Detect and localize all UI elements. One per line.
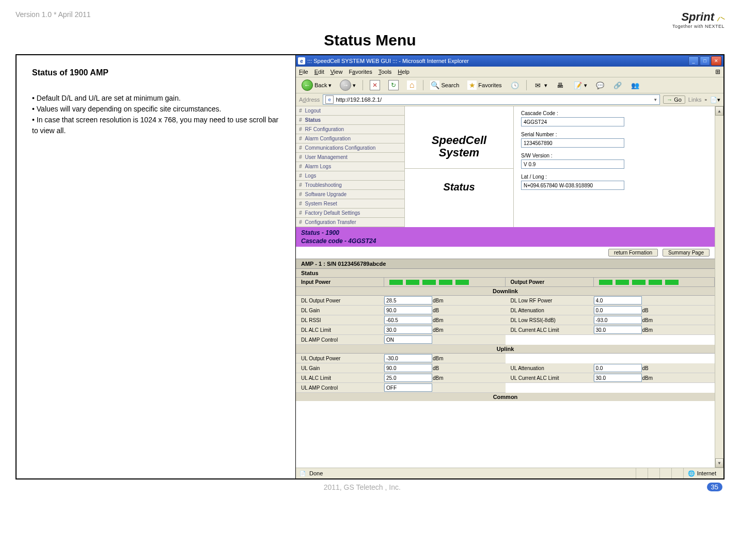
- ul-left-input-0[interactable]: [384, 354, 432, 362]
- links-expand-icon[interactable]: »: [705, 98, 707, 102]
- dl-right-input-1[interactable]: [594, 306, 642, 314]
- menu-tools[interactable]: Tools: [379, 69, 392, 75]
- search-button[interactable]: 🔍Search: [428, 79, 462, 91]
- refresh-button[interactable]: ↻: [386, 79, 401, 91]
- scroll-down-icon[interactable]: ▼: [715, 458, 723, 468]
- nav-config-transfer[interactable]: #Configuration Transfer: [296, 218, 404, 227]
- cascade-label: Cascade Code :: [521, 110, 707, 116]
- brand-column: SpeedCellSystem Status: [405, 106, 514, 227]
- ul-left-label-1: UL Gain: [296, 365, 384, 371]
- sw-input[interactable]: [521, 159, 624, 169]
- go-button[interactable]: →Go: [663, 95, 685, 104]
- dl-left-row-0: DL Output PowerdBm: [296, 296, 506, 306]
- ul-left-label-3: UL AMP Control: [296, 385, 384, 391]
- ul-left-input-3[interactable]: [384, 383, 432, 392]
- dl-right-label-1: DL Attenuation: [506, 308, 594, 313]
- dl-right-unit-2: dBm: [640, 317, 662, 323]
- uplink-grid: UL Output PowerdBmUL GaindBUL ALC Limitd…: [296, 354, 715, 393]
- nav-logs[interactable]: #Logs: [296, 171, 404, 181]
- ul-right-label-1: UL Attenuation: [506, 365, 594, 371]
- dl-left-label-4: DL AMP Control: [296, 337, 384, 343]
- popup-icon[interactable]: 📄▾: [710, 97, 720, 103]
- dl-right-row-1: DL AttenuationdB: [506, 306, 715, 315]
- ul-right-unit-1: dB: [640, 365, 662, 371]
- mail-button[interactable]: ✉▾: [531, 79, 550, 91]
- ul-right-row-2: UL Current ALC LimitdBm: [506, 373, 715, 383]
- dl-right-input-3[interactable]: [594, 326, 642, 334]
- favorites-button[interactable]: ★Favorites: [465, 79, 504, 91]
- internet-zone: 🌐Internet: [683, 468, 720, 478]
- dl-left-input-3[interactable]: [384, 326, 432, 334]
- ul-right-row-1: UL AttenuationdB: [506, 363, 715, 373]
- home-button[interactable]: ⌂: [404, 79, 419, 91]
- print-button[interactable]: 🖶: [553, 79, 568, 91]
- minimize-button[interactable]: _: [688, 56, 699, 66]
- nav-factory-default[interactable]: #Factory Default Settings: [296, 209, 404, 218]
- dl-right-input-2[interactable]: [594, 316, 642, 324]
- nav-comm-config[interactable]: #Communications Configuration: [296, 143, 404, 153]
- nav-rf-config[interactable]: #RF Configuration: [296, 125, 404, 134]
- dl-right-input-0[interactable]: [594, 296, 642, 305]
- menu-edit[interactable]: Edit: [314, 69, 324, 75]
- history-button[interactable]: 🕓: [508, 79, 522, 91]
- dl-left-row-4: DL AMP Control: [296, 335, 506, 345]
- discuss-button[interactable]: 💬: [593, 79, 607, 91]
- banner-line1: Status - 1900: [301, 229, 710, 236]
- menu-view[interactable]: View: [330, 69, 343, 75]
- research-button[interactable]: 🔗: [610, 79, 625, 91]
- scroll-up-icon[interactable]: ▲: [715, 106, 723, 116]
- window-titlebar: e ::: SpeedCell SYSTEM WEB GUI ::: - Mic…: [296, 55, 723, 67]
- dl-left-input-4[interactable]: [384, 335, 432, 344]
- dl-left-input-2[interactable]: [384, 316, 432, 324]
- nav-status[interactable]: #Status: [296, 116, 404, 125]
- maximize-button[interactable]: □: [700, 56, 710, 66]
- latlong-input[interactable]: [521, 181, 624, 190]
- links-label[interactable]: Links: [688, 97, 702, 103]
- ul-right-unit-2: dBm: [640, 375, 662, 381]
- nav-sw-upgrade[interactable]: #Software Upgrade: [296, 190, 404, 199]
- dl-left-input-1[interactable]: [384, 306, 432, 314]
- dl-left-label-2: DL RSSI: [296, 317, 384, 323]
- messenger-button[interactable]: 👥: [628, 79, 642, 91]
- dl-left-unit-2: dBm: [431, 317, 452, 323]
- cascade-input[interactable]: [521, 117, 624, 126]
- amp-header: AMP - 1 : S/N 0123456789abcde: [296, 259, 715, 269]
- menu-favorites[interactable]: Favorites: [349, 69, 372, 75]
- window-title: ::: SpeedCell SYSTEM WEB GUI ::: - Micro…: [307, 58, 688, 64]
- dl-left-input-0[interactable]: [384, 296, 432, 305]
- left-text-column: Status of 1900 AMP • Default D/L and U/L…: [17, 55, 295, 478]
- nav-sys-reset[interactable]: #System Reset: [296, 199, 404, 209]
- nav-logout[interactable]: #Logout: [296, 106, 404, 116]
- menu-help[interactable]: Help: [398, 69, 410, 75]
- ul-left-unit-1: dB: [431, 365, 452, 371]
- nav-user-mgmt[interactable]: #User Management: [296, 153, 404, 162]
- address-dropdown-icon[interactable]: ▼: [653, 98, 657, 102]
- serial-input[interactable]: [521, 138, 624, 148]
- ul-right-input-1[interactable]: [594, 364, 642, 372]
- return-formation-button[interactable]: return Formation: [608, 249, 658, 257]
- stop-button[interactable]: ✕: [367, 79, 383, 91]
- address-label: Address: [299, 97, 320, 103]
- dl-right-row-0: DL Low RF Power: [506, 296, 715, 306]
- nav-troubleshoot[interactable]: #Troubleshooting: [296, 181, 404, 190]
- menu-file[interactable]: File: [299, 69, 308, 75]
- sw-label: S/W Version :: [521, 153, 707, 158]
- close-button[interactable]: ✕: [711, 56, 721, 66]
- status-banner: Status - 1900 Cascade code - 4GGST24: [296, 227, 715, 247]
- vertical-scrollbar[interactable]: ▲ ▼: [715, 106, 723, 468]
- nav-alarm-logs[interactable]: #Alarm Logs: [296, 162, 404, 171]
- info-column: Cascade Code : Serial Number : S/W Versi…: [514, 106, 715, 227]
- address-input[interactable]: e http://192.168.2.1/ ▼: [323, 94, 660, 105]
- ul-right-input-2[interactable]: [594, 374, 642, 382]
- ul-left-input-1[interactable]: [384, 364, 432, 372]
- summary-page-button[interactable]: Summary Page: [663, 249, 710, 257]
- dl-right-unit-3: dBm: [640, 327, 662, 333]
- ul-left-input-2[interactable]: [384, 374, 432, 382]
- browser-content: #Logout #Status #RF Configuration #Alarm…: [296, 106, 723, 468]
- forward-button[interactable]: → ▾: [337, 79, 358, 91]
- nav-alarm-config[interactable]: #Alarm Configuration: [296, 134, 404, 143]
- button-row: return Formation Summary Page: [296, 247, 715, 259]
- edit-button[interactable]: 📝▾: [571, 79, 590, 91]
- page-icon: e: [325, 95, 334, 104]
- back-button[interactable]: ←Back ▾: [299, 79, 334, 91]
